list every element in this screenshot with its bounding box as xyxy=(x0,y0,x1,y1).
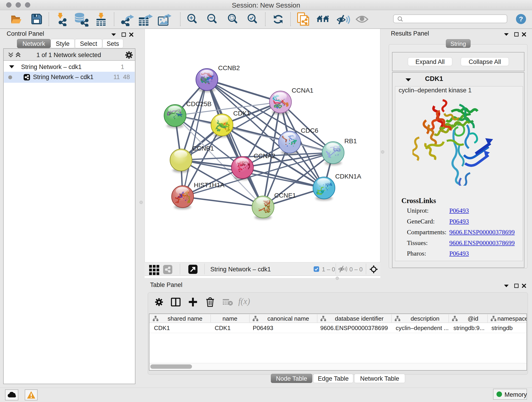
svg-text:CCNA2: CCNA2 xyxy=(254,153,275,160)
svg-text:CCNE1: CCNE1 xyxy=(274,192,296,199)
svg-text:CCNB1: CCNB1 xyxy=(192,145,214,152)
svg-text:CDKN1A: CDKN1A xyxy=(335,173,361,180)
svg-text:CCNA1: CCNA1 xyxy=(292,87,313,94)
svg-text:HIST1H1A: HIST1H1A xyxy=(194,182,225,189)
svg-text:RB1: RB1 xyxy=(344,138,357,145)
svg-text:CCNB2: CCNB2 xyxy=(218,64,240,71)
svg-text:CDK1: CDK1 xyxy=(233,110,250,117)
svg-text:CDC25B: CDC25B xyxy=(186,100,211,108)
svg-text:CDC6: CDC6 xyxy=(301,127,318,134)
